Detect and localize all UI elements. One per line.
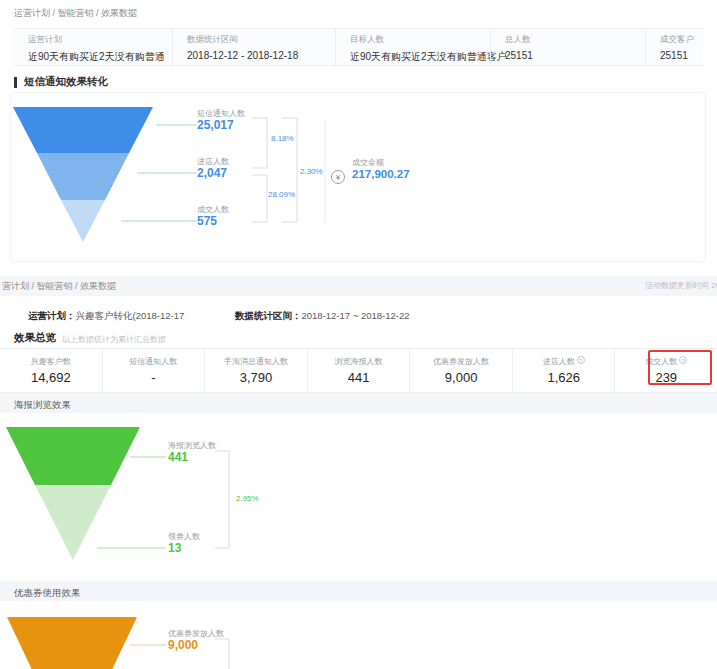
funnel-step-value: 13 [168,541,181,555]
stat-label: 进店人数? [513,356,615,367]
stat-value: - [103,370,205,385]
stat-value: 3,790 [205,370,307,385]
info-cell-deal: 成交客户 25151 [645,29,703,65]
funnel-step-value: 441 [168,450,188,464]
title-bar-marker [14,77,17,88]
funnel-step-value: 575 [197,214,217,228]
coupon-section-band: 优惠券使用效果 [0,581,717,601]
overview-note: 以上数据统计为累计汇总数据 [62,334,166,345]
campaign-range-row: 数据统计区间：2018-12-17 ~ 2018-12-22 [235,305,410,323]
poster-section-title: 海报浏览效果 [14,399,71,410]
conversion-rate-step1: 8.18% [271,134,294,143]
stat-label: 浏览海报人数 [308,356,410,367]
stat-value: 1,626 [513,370,615,385]
overview-stats-table: 兴趣客户数 14,692 短信通知人数 - 手淘消息通知人数 3,790 浏览海… [0,348,717,393]
stat-label: 兴趣客户数 [0,356,102,367]
info-cell-plan: 运营计划 近90天有购买近2天没有购普通 [14,29,172,65]
funnel-step-value: 25,017 [197,118,234,132]
deal-amount-label: 成交金额 [352,157,384,168]
stat-cell: 优惠券发放人数 9,000 [409,349,512,392]
campaign-info-table: 运营计划 近90天有购买近2天没有购普通 数据统计区间 2018-12-12 -… [14,28,703,66]
conversion-rate-total: 2.30% [300,167,323,176]
info-value: 25151 [505,50,645,61]
deal-amount-value: 217,900.27 [352,168,410,180]
stat-label: 优惠券发放人数 [410,356,512,367]
stat-value: 14,692 [0,370,102,385]
range-value: 2018-12-17 ~ 2018-12-22 [302,310,410,321]
info-label: 运营计划 [28,34,172,46]
sms-funnel-chart: 短信通知人数 25,017 进店人数 2,047 成交人数 575 8.18% … [0,93,717,265]
coupon-section-title: 优惠券使用效果 [14,587,81,598]
info-label: 目标人数 [350,34,490,46]
campaign-plan-row: 运营计划：兴趣客户转化(2018-12-17 [28,305,184,323]
poster-funnel-graphic [0,413,717,575]
info-value: 近90天有购买近2天没有购普通客户 [350,50,490,64]
coupon-funnel-graphic [0,599,717,669]
poster-funnel-chart: 海报浏览人数 441 领券人数 13 2.95% [0,413,717,575]
campaign-breadcrumb-band: 营计划 / 智能营销 / 效果数据 活动数据更新时间 2018-12 [0,276,717,296]
breadcrumb[interactable]: 营计划 / 智能营销 / 效果数据 [2,276,116,296]
poster-section-band: 海报浏览效果 [0,393,717,413]
stat-cell: 进店人数? 1,626 [512,349,615,392]
range-label: 数据统计区间： [235,310,302,321]
stat-cell: 兴趣客户数 14,692 [0,349,102,392]
info-label: 数据统计区间 [187,34,335,46]
stat-label: 手淘消息通知人数 [205,356,307,367]
funnel-step-value: 9,000 [168,638,198,652]
stat-cell: 手淘消息通知人数 3,790 [204,349,307,392]
info-value: 2018-12-12 - 2018-12-18 [187,50,335,61]
section-title-sms: 短信通知效果转化 [14,75,108,89]
stat-cell: 短信通知人数 - [102,349,205,392]
stat-value: 441 [308,370,410,385]
info-value: 25151 [660,50,703,61]
help-icon[interactable]: ? [577,356,585,364]
plan-value: 兴趣客户转化(2018-12-17 [76,310,185,321]
info-cell-total: 总人数 25151 [490,29,645,65]
plan-label: 运营计划： [28,310,76,321]
coupon-funnel-chart: 优惠券发放人数 9,000 [0,599,717,669]
stat-label: 短信通知人数 [103,356,205,367]
stat-value: 9,000 [410,370,512,385]
stat-cell: 浏览海报人数 441 [307,349,410,392]
conversion-rate: 2.95% [236,494,259,503]
funnel-step-value: 2,047 [197,166,227,180]
info-label: 成交客户 [660,34,703,46]
currency-yen-icon: ¥ [331,170,345,184]
conversion-rate-step2: 28.09% [268,190,295,199]
info-value: 近90天有购买近2天没有购普通 [28,50,172,64]
info-label: 总人数 [505,34,645,46]
section-title-text: 短信通知效果转化 [24,75,108,89]
overview-title: 效果总览 [14,331,56,345]
info-cell-target: 目标人数 近90天有购买近2天没有购普通客户 [335,29,490,65]
data-update-time: 活动数据更新时间 2018-12 [645,276,717,296]
info-cell-range: 数据统计区间 2018-12-12 - 2018-12-18 [172,29,335,65]
breadcrumb[interactable]: 运营计划 / 智能营销 / 效果数据 [14,7,137,20]
highlight-box [648,350,712,385]
